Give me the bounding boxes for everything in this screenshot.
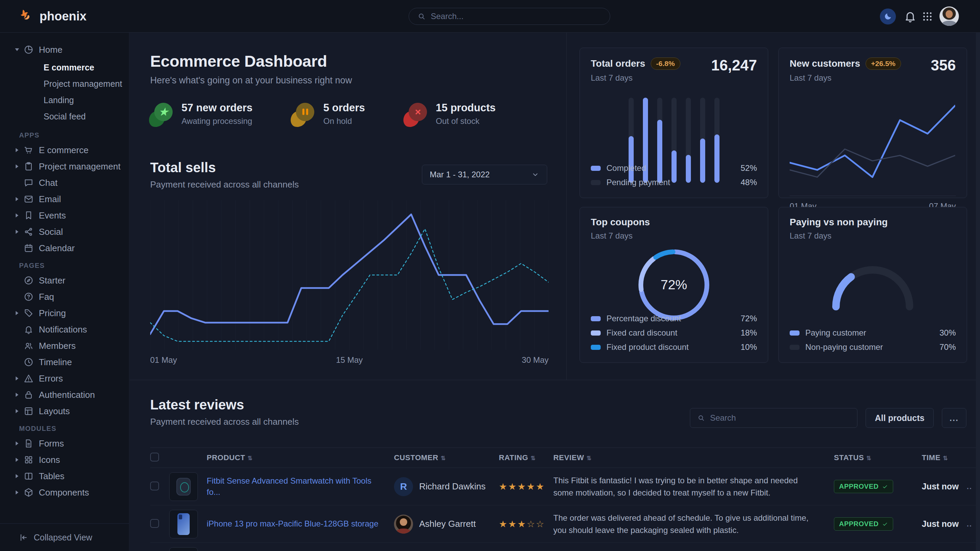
collapse-view-button[interactable]: Collapsed View xyxy=(0,524,129,551)
clock-icon xyxy=(24,357,34,367)
user-avatar[interactable] xyxy=(939,6,959,26)
legend-row-non-paying-customer: Non-paying customer 70% xyxy=(790,340,956,354)
customer-avatar: R xyxy=(394,477,413,496)
sidebar-item-email[interactable]: Email xyxy=(0,191,129,207)
column-header-status[interactable]: STATUS⇅ xyxy=(834,453,922,462)
sidebar-item-tables[interactable]: Tables xyxy=(0,468,129,484)
column-header-product[interactable]: PRODUCT⇅ xyxy=(207,453,394,462)
delta-badge: +26.5% xyxy=(865,57,901,70)
thumb-cell xyxy=(169,547,207,551)
bell-icon xyxy=(904,10,917,23)
sidebar-item-label: Layouts xyxy=(39,406,70,416)
total-sells-header: Total sells Payment received across all … xyxy=(150,160,566,190)
sidebar-item-starter[interactable]: Starter xyxy=(0,272,129,289)
sidebar-item-label: Social xyxy=(39,227,63,237)
review-table-row xyxy=(150,543,980,551)
sidebar-item-social[interactable]: Social xyxy=(0,224,129,240)
search-input[interactable] xyxy=(431,11,602,21)
legend-label: Percentage discount xyxy=(606,314,681,323)
caret-right-icon xyxy=(16,230,18,234)
product-thumbnail[interactable] xyxy=(169,510,198,538)
legend-swatch xyxy=(591,316,601,321)
sidebar-item-components[interactable]: Components xyxy=(0,484,129,501)
row-checkbox[interactable] xyxy=(150,519,159,528)
page-scrollbar[interactable] xyxy=(976,33,980,551)
column-header-rating[interactable]: RATING⇅ xyxy=(499,453,553,462)
sort-icon: ⇅ xyxy=(943,455,948,462)
top-coupons-card: Top coupons Last 7 days 72% Percentage d… xyxy=(579,207,768,363)
navbar-search[interactable] xyxy=(409,8,610,25)
page-title: Ecommerce Dashboard xyxy=(150,52,566,70)
caret-right-icon xyxy=(16,491,18,494)
reviews-search-input[interactable] xyxy=(710,413,850,423)
sidebar-item-layouts[interactable]: Layouts xyxy=(0,403,129,419)
sidebar-item-forms[interactable]: Forms xyxy=(0,435,129,452)
paying-legend: Paying customer 30% Non-paying customer … xyxy=(790,326,956,354)
caret-right-icon xyxy=(16,213,18,218)
sidebar-item-chat[interactable]: Chat xyxy=(0,175,129,191)
all-products-filter-button[interactable]: All products xyxy=(865,408,934,428)
sidebar-item-label: Events xyxy=(39,210,66,221)
reviews-search[interactable] xyxy=(690,408,858,428)
review-table-row: Fitbit Sense Advanced Smartwatch with To… xyxy=(150,468,980,505)
cart-icon xyxy=(24,145,34,155)
legend-row-completed: Completed 52% xyxy=(591,161,757,175)
more-options-button[interactable]: ... xyxy=(942,408,966,428)
sidebar-item-home[interactable]: Home xyxy=(0,41,129,58)
review-table-row: iPhone 13 pro max-Pacific Blue-128GB sto… xyxy=(150,505,980,543)
select-all-checkbox[interactable] xyxy=(150,453,159,462)
sidebar-item-pricing[interactable]: Pricing xyxy=(0,305,129,321)
theme-toggle-button[interactable] xyxy=(880,8,896,24)
check-icon xyxy=(882,484,888,490)
box-icon xyxy=(24,487,34,497)
sidebar-subitem-social-feed[interactable]: Social feed xyxy=(0,108,129,125)
apps-menu-button[interactable] xyxy=(921,11,933,22)
sidebar-item-e-commerce[interactable]: E commerce xyxy=(0,142,129,158)
product-link[interactable]: Fitbit Sense Advanced Smartwatch with To… xyxy=(207,475,394,497)
sidebar-subitem-e-commerce[interactable]: E commerce xyxy=(0,59,129,76)
column-header-customer[interactable]: CUSTOMER⇅ xyxy=(394,453,499,462)
layout-icon xyxy=(24,406,34,416)
sidebar-item-errors[interactable]: Errors xyxy=(0,370,129,387)
sidebar-item-label: Email xyxy=(39,194,61,205)
row-checkbox[interactable] xyxy=(150,481,159,491)
date-range-select[interactable]: Mar 1 - 31, 2022 xyxy=(422,165,547,184)
caret-right-icon xyxy=(16,197,18,201)
sidebar-item-project-management[interactable]: Project management xyxy=(0,158,129,175)
caret-right-icon xyxy=(16,376,18,381)
sidebar-item-faq[interactable]: Faq xyxy=(0,289,129,305)
new-customers-value: 356 xyxy=(931,57,956,74)
sidebar-item-calendar[interactable]: Calendar xyxy=(0,240,129,256)
app-root: phoenix HomeE commerceProject management… xyxy=(0,0,980,551)
sidebar-item-label: Notifications xyxy=(39,324,87,335)
main-content: Ecommerce Dashboard Here's what's going … xyxy=(130,33,980,551)
sidebar-item-members[interactable]: Members xyxy=(0,338,129,354)
stat-value: 5 orders xyxy=(323,102,365,114)
legend-value: 72% xyxy=(741,314,757,323)
calendar-icon xyxy=(24,243,34,253)
sidebar-item-timeline[interactable]: Timeline xyxy=(0,354,129,370)
kpi-cards-section: Total orders -6.8% 16,247 Last 7 days Co… xyxy=(566,33,980,380)
sidebar-item-label: Timeline xyxy=(39,357,72,368)
card-period: Last 7 days xyxy=(790,231,956,241)
column-header-time[interactable]: TIME⇅ xyxy=(922,453,967,462)
pie-icon xyxy=(24,44,34,55)
sidebar-item-authentication[interactable]: Authentication xyxy=(0,387,129,403)
sidebar-item-label: Members xyxy=(39,341,76,351)
column-header-review[interactable]: REVIEW⇅ xyxy=(553,453,834,462)
sidebar-item-notifications[interactable]: Notifications xyxy=(0,321,129,338)
question-icon xyxy=(24,292,34,302)
sidebar-item-label: Authentication xyxy=(39,390,95,400)
product-thumbnail[interactable] xyxy=(169,472,198,501)
sidebar-subitem-project-management[interactable]: Project management xyxy=(0,76,129,92)
customer-name: Ashley Garrett xyxy=(419,519,476,529)
sidebar-item-events[interactable]: Events xyxy=(0,207,129,224)
product-link[interactable]: iPhone 13 pro max-Pacific Blue-128GB sto… xyxy=(207,518,394,529)
caret-right-icon xyxy=(16,474,18,478)
notifications-button[interactable] xyxy=(904,10,917,23)
product-thumbnail[interactable] xyxy=(169,547,198,551)
brand[interactable]: phoenix xyxy=(19,0,86,33)
sidebar-subitem-landing[interactable]: Landing xyxy=(0,92,129,108)
sidebar-item-icons[interactable]: Icons xyxy=(0,452,129,468)
chevron-down-icon xyxy=(531,170,539,179)
